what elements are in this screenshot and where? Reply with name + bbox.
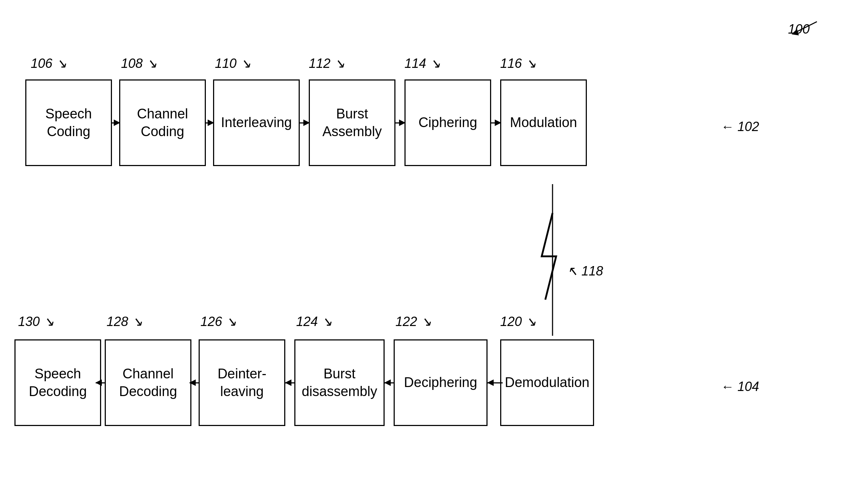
ref-110: 110 ↘ — [215, 56, 251, 71]
block-ciphering: Ciphering — [404, 79, 491, 166]
ref-120: 120 ↘ — [500, 314, 536, 329]
arrow-124-126 — [285, 382, 295, 383]
block-speech-coding: SpeechCoding — [25, 79, 112, 166]
ref-130: 130 ↘ — [18, 314, 54, 329]
arrow-112-114 — [395, 122, 405, 123]
block-burst-assembly: BurstAssembly — [309, 79, 395, 166]
block-channel-coding: ChannelCoding — [119, 79, 206, 166]
ref-124: 124 ↘ — [296, 314, 332, 329]
arrow-122-124 — [385, 382, 394, 383]
ref-106: 106 ↘ — [31, 56, 67, 71]
block-modulation: Modulation — [500, 79, 587, 166]
ref-104: ← 104 — [721, 379, 759, 394]
block-deinterleaving: Deinter-leaving — [199, 339, 285, 426]
ref-126: 126 ↘ — [200, 314, 237, 329]
block-burst-disassembly: Burstdisassembly — [294, 339, 385, 426]
arrow-126-128 — [190, 382, 199, 383]
ref-116: 116 ↘ — [500, 56, 536, 71]
diagram: 100 106 ↘ SpeechCoding 108 ↘ ChannelCodi… — [0, 0, 853, 504]
svg-marker-1 — [792, 29, 799, 35]
ref-112: 112 ↘ — [309, 56, 345, 71]
ref-108: 108 ↘ — [121, 56, 157, 71]
ref-100-arrow — [788, 18, 824, 40]
block-channel-decoding: ChannelDecoding — [105, 339, 191, 426]
block-speech-decoding: SpeechDecoding — [14, 339, 101, 426]
ref-122: 122 ↘ — [395, 314, 432, 329]
block-demodulation: Demodulation — [500, 339, 594, 426]
arrow-110-112 — [300, 122, 309, 123]
block-deciphering: Deciphering — [394, 339, 488, 426]
ref-118: ↖ 118 — [567, 264, 603, 279]
arrow-128-130 — [96, 382, 105, 383]
arrow-106-108 — [112, 122, 120, 123]
arrow-114-116 — [491, 122, 501, 123]
svg-line-0 — [795, 22, 817, 32]
arrow-120-122 — [488, 382, 503, 383]
ref-114: 114 ↘ — [404, 56, 441, 71]
ref-128: 128 ↘ — [107, 314, 143, 329]
ref-102: ← 102 — [721, 119, 759, 134]
block-interleaving: Interleaving — [213, 79, 300, 166]
arrow-108-110 — [206, 122, 214, 123]
antenna-symbol — [538, 184, 567, 336]
